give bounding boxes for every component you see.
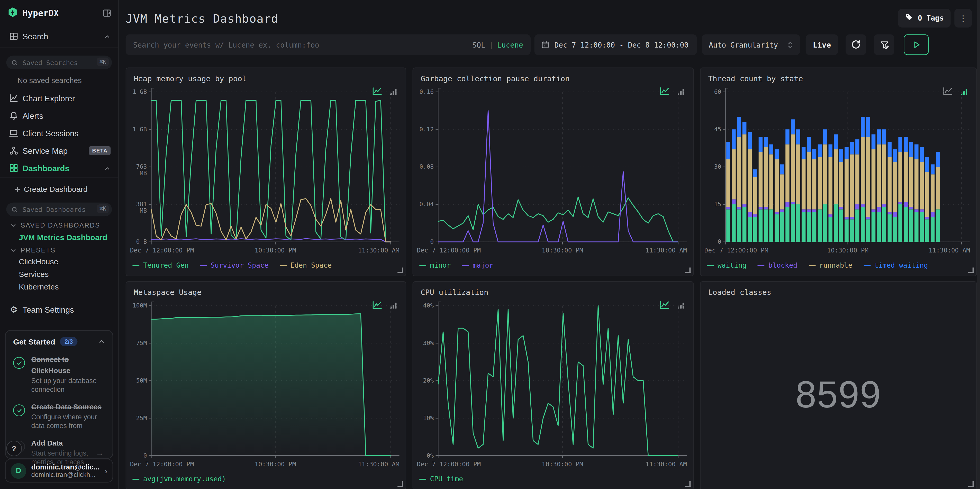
legend-item[interactable]: runnable xyxy=(808,261,852,269)
legend-swatch xyxy=(419,265,426,266)
legend-item[interactable]: major xyxy=(462,261,493,269)
chart-plot[interactable]: 100M75M50M25M0Dec 7 12:00:00 PM10:30:00 … xyxy=(130,299,403,473)
get-started-task[interactable]: Create Data SourcesConfigure where your … xyxy=(13,401,105,430)
svg-text:20%: 20% xyxy=(423,377,434,384)
legend-swatch xyxy=(419,478,426,480)
section-header-presets[interactable]: PRESETS xyxy=(10,246,113,254)
time-range-picker[interactable]: Dec 7 12:00:00 - Dec 8 12:00:00 xyxy=(535,35,697,55)
sidebar-item-client-sessions[interactable]: Client Sessions xyxy=(0,126,118,141)
resize-handle[interactable] xyxy=(398,481,403,487)
sql-toggle[interactable]: SQL xyxy=(472,40,485,49)
legend-item[interactable]: timed_waiting xyxy=(864,261,928,269)
shortcut-badge: ⌘K xyxy=(97,204,109,213)
svg-text:Dec 7 12:00:00 PM: Dec 7 12:00:00 PM xyxy=(417,247,481,254)
refresh-button[interactable] xyxy=(846,35,866,55)
legend-item[interactable]: Eden Space xyxy=(280,261,332,269)
chart-legend: CPU time xyxy=(419,475,463,483)
get-started-task[interactable]: Connect to ClickHouseSet up your databas… xyxy=(13,353,105,394)
section-header-saved-dashboards[interactable]: SAVED DASHBOARDS xyxy=(10,221,113,229)
chart-plot[interactable]: 40%30%20%10%0%Dec 7 12:00:00 PM10:30:00 … xyxy=(417,299,691,473)
vertical-scrollbar[interactable] xyxy=(977,0,980,489)
svg-text:0: 0 xyxy=(718,238,721,245)
chart-plot[interactable]: 0.160.120.080.040Dec 7 12:00:00 PM10:30:… xyxy=(417,86,691,260)
brand-row: HyperDX xyxy=(8,7,112,19)
chart-panel-6: Loaded classes8599 xyxy=(700,281,977,489)
chart-plot[interactable]: 1 GB1 GB763MB381MB0 BDec 7 12:00:00 PM10… xyxy=(130,86,403,260)
svg-text:10:30:00 PM: 10:30:00 PM xyxy=(255,460,296,468)
create-dashboard-button[interactable]: Create Dashboard xyxy=(0,182,118,197)
search-icon xyxy=(11,206,18,213)
progress-badge: 2/3 xyxy=(60,337,77,346)
sidebar-dashboard-jvm-metrics-dashboard[interactable]: JVM Metrics Dashboard xyxy=(19,233,107,242)
user-menu[interactable]: D dominic.tran@clic... dominic.tran@clic… xyxy=(5,459,113,482)
run-query-button[interactable] xyxy=(904,35,929,55)
filter-button[interactable] xyxy=(874,35,894,55)
chart-panel-3: Thread count by state604530150Dec 7 12:0… xyxy=(700,68,977,276)
chevron-up-icon[interactable] xyxy=(98,338,105,345)
sidebar-item-dashboards[interactable]: Dashboards xyxy=(0,161,118,175)
legend-item[interactable]: avg(jvm.memory.used) xyxy=(132,475,226,483)
sidebar-dashboard-services[interactable]: Services xyxy=(19,270,49,279)
sidebar-item-search[interactable]: Search xyxy=(0,29,118,44)
lucene-toggle[interactable]: Lucene xyxy=(497,40,523,49)
chart-title: CPU utilization xyxy=(421,288,488,297)
legend-item[interactable]: Survivor Space xyxy=(200,261,269,269)
help-button[interactable]: ? xyxy=(6,441,22,456)
event-search-input[interactable] xyxy=(126,35,531,55)
saved-dashboards-input[interactable] xyxy=(6,202,112,216)
overflow-menu-button[interactable]: ⋮ xyxy=(954,9,972,27)
legend-item[interactable]: minor xyxy=(419,261,451,269)
svg-text:0.04: 0.04 xyxy=(420,201,434,207)
resize-handle[interactable] xyxy=(685,481,691,487)
svg-text:30: 30 xyxy=(714,163,721,170)
chart-legend: avg(jvm.memory.used) xyxy=(132,475,226,483)
check-icon xyxy=(13,405,25,416)
legend-item[interactable]: CPU time xyxy=(419,475,463,483)
legend-swatch xyxy=(707,265,714,266)
chart-legend: Tenured GenSurvivor SpaceEden Space xyxy=(132,261,332,269)
search-icon xyxy=(11,59,18,66)
sidebar-item-chart-explorer[interactable]: Chart Explorer xyxy=(0,91,118,106)
chart-panel-4: Metaspace Usage100M75M50M25M0Dec 7 12:00… xyxy=(126,281,406,489)
page-title: JVM Metrics Dashboard xyxy=(126,12,278,25)
tags-button[interactable]: 0 Tags xyxy=(899,9,951,27)
chart-legend: minormajor xyxy=(419,261,493,269)
dashboard-grid: Heap memory usage by pool1 GB1 GB763MB38… xyxy=(126,68,977,489)
svg-text:10%: 10% xyxy=(423,415,434,421)
sidebar-dashboard-kubernetes[interactable]: Kubernetes xyxy=(19,282,59,291)
legend-item[interactable]: waiting xyxy=(707,261,746,269)
sidebar-item-alerts[interactable]: Alerts xyxy=(0,108,118,123)
saved-searches-input[interactable] xyxy=(6,56,112,69)
sidebar-item-team-settings[interactable]: ⚙ Team Settings xyxy=(0,302,118,317)
legend-swatch xyxy=(280,265,286,266)
brand-name: HyperDX xyxy=(22,8,59,18)
chart-plot[interactable]: 604530150Dec 7 12:00:00 PM10:30:00 PM11:… xyxy=(705,86,974,260)
resize-handle[interactable] xyxy=(968,268,974,273)
svg-text:10:30:00 PM: 10:30:00 PM xyxy=(542,460,583,468)
svg-text:763MB: 763MB xyxy=(136,163,147,176)
live-button[interactable]: Live xyxy=(806,35,838,55)
svg-text:0 B: 0 B xyxy=(136,238,147,245)
svg-text:Dec 7 12:00:00 PM: Dec 7 12:00:00 PM xyxy=(705,247,768,254)
sidebar-dashboard-clickhouse[interactable]: ClickHouse xyxy=(19,258,58,266)
svg-text:381MB: 381MB xyxy=(136,201,147,213)
check-icon xyxy=(13,357,25,369)
avatar: D xyxy=(11,463,26,478)
legend-item[interactable]: Tenured Gen xyxy=(132,261,188,269)
legend-item[interactable]: blocked xyxy=(757,261,797,269)
resize-handle[interactable] xyxy=(685,268,691,273)
resize-handle[interactable] xyxy=(398,268,403,273)
resize-handle[interactable] xyxy=(968,481,974,487)
svg-text:11:30:00 AM: 11:30:00 AM xyxy=(646,247,687,254)
sidebar: HyperDX SearchChart ExplorerAlertsClient… xyxy=(0,0,119,489)
chevron-down-icon xyxy=(10,247,17,253)
svg-text:0: 0 xyxy=(430,238,434,245)
svg-text:50M: 50M xyxy=(136,377,147,384)
chart-title: Heap memory usage by pool xyxy=(134,74,247,83)
sidebar-item-service-map[interactable]: Service MapBETA xyxy=(0,143,118,158)
collapse-sidebar-icon[interactable] xyxy=(102,8,112,18)
svg-text:10:30:00 PM: 10:30:00 PM xyxy=(255,247,296,254)
svg-text:1 GB: 1 GB xyxy=(133,88,147,95)
plus-icon xyxy=(13,184,22,194)
granularity-select[interactable]: Auto Granularity xyxy=(702,35,800,55)
